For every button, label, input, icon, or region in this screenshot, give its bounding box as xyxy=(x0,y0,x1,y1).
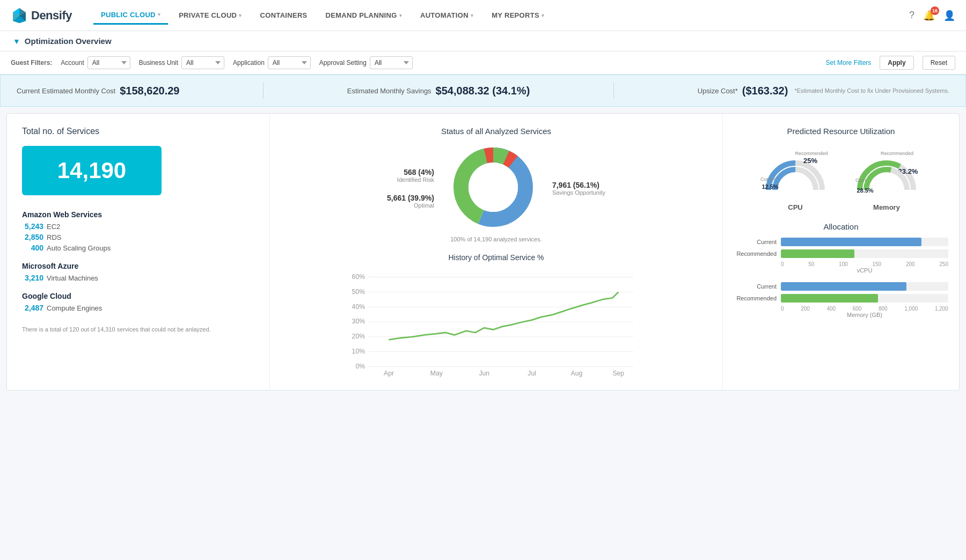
filter-account-select[interactable]: All xyxy=(87,56,130,69)
summary-divider-1 xyxy=(263,83,264,99)
vcpu-current-label: Current xyxy=(734,239,777,245)
apply-button[interactable]: Apply xyxy=(880,56,913,70)
utilization-title: Predicted Resource Utilization xyxy=(734,127,948,136)
filter-group-business-unit: Business Unit All xyxy=(139,56,224,69)
utilization-section: Predicted Resource Utilization Recommend… xyxy=(734,127,948,211)
memory-current-row: Current xyxy=(734,282,948,291)
filter-approval-select[interactable]: All xyxy=(370,56,413,69)
logo-text: Densify xyxy=(31,9,72,23)
memory-recommended-bar xyxy=(781,294,878,303)
summary-divider-2 xyxy=(613,83,614,99)
logo[interactable]: Densify xyxy=(11,7,72,24)
svg-point-9 xyxy=(469,163,518,212)
aws-name: Amazon Web Services xyxy=(22,210,254,219)
donut-chart-area: 568 (4%) Identified Risk 5,661 (39.9%) O… xyxy=(281,144,712,232)
aws-ec2: 5,243 EC2 xyxy=(22,222,254,231)
summary-savings: Estimated Monthly Savings $54,088.32 (34… xyxy=(347,85,530,97)
filter-icon: ▼ xyxy=(13,37,20,46)
reset-button[interactable]: Reset xyxy=(923,56,955,70)
svg-text:Jul: Jul xyxy=(528,370,536,377)
total-services-box: 14,190 xyxy=(22,146,162,195)
filter-approval-label: Approval Setting xyxy=(319,59,367,67)
memory-axis-title: Memory (GB) xyxy=(734,312,948,318)
cpu-gauge-svg: Recommended 25% Current 12.5% xyxy=(760,144,830,203)
help-icon[interactable]: ? xyxy=(909,10,914,21)
svg-text:50%: 50% xyxy=(352,288,365,296)
nav-item-containers[interactable]: CONTAINERS xyxy=(253,7,315,24)
filter-account-label: Account xyxy=(61,59,84,67)
chevron-down-icon: ▾ xyxy=(158,12,160,17)
vcpu-current-row: Current xyxy=(734,238,948,246)
vcpu-recommended-row: Recommended xyxy=(734,249,948,258)
donut-svg xyxy=(450,144,536,230)
user-icon[interactable]: 👤 xyxy=(943,10,955,21)
memory-label: Memory xyxy=(873,203,900,211)
label-savings: 7,961 (56.1%) Savings Opportunity xyxy=(552,181,605,196)
svg-text:60%: 60% xyxy=(352,273,365,281)
line-chart-svg: 60% 50% 40% 30% 20% 10% 0% Apr May Jun xyxy=(281,268,712,375)
services-footnote: There is a total of 120 out of 14,310 se… xyxy=(22,325,254,334)
svg-text:12.5%: 12.5% xyxy=(762,183,778,190)
summary-upsize: Upsize Cost* ($163.32) *Estimated Monthl… xyxy=(698,85,949,97)
svg-text:Sep: Sep xyxy=(612,370,624,377)
memory-current-bar xyxy=(781,282,906,291)
azure-section: Microsoft Azure 3,210 Virtual Machines xyxy=(22,262,254,282)
filter-group-application: Application All xyxy=(233,56,311,69)
vcpu-axis-title: vCPU xyxy=(734,267,948,274)
savings-value: $54,088.32 (34.1%) xyxy=(436,85,530,97)
vcpu-axis: 0 50 100 150 200 250 xyxy=(734,261,948,267)
nav-item-my-reports[interactable]: MY REPORTS ▾ xyxy=(484,7,552,24)
nav-right: ? 🔔 16 👤 xyxy=(909,10,955,21)
svg-text:30%: 30% xyxy=(352,318,365,325)
page-title: Optimization Overview xyxy=(25,36,112,46)
chevron-down-icon: ▾ xyxy=(399,13,402,18)
vcpu-recommended-label: Recommended xyxy=(734,250,777,257)
donut-left-labels: 568 (4%) Identified Risk 5,661 (39.9%) O… xyxy=(387,168,434,209)
left-panel: Total no. of Services 14,190 Amazon Web … xyxy=(7,114,270,390)
svg-text:Aug: Aug xyxy=(571,370,583,377)
notifications[interactable]: 🔔 16 xyxy=(923,10,935,21)
vcpu-current-track xyxy=(781,238,948,246)
set-more-filters-link[interactable]: Set More Filters xyxy=(826,59,872,67)
vcpu-recommended-track xyxy=(781,249,948,258)
gcp-name: Google Cloud xyxy=(22,292,254,300)
filter-app-select[interactable]: All xyxy=(268,56,311,69)
donut-chart-title: Status of all Analyzed Services xyxy=(281,127,712,136)
gcp-compute: 2,487 Compute Engines xyxy=(22,304,254,312)
summary-bar: Current Estimated Monthly Cost $158,620.… xyxy=(0,75,966,107)
current-cost-value: $158,620.29 xyxy=(120,85,179,97)
nav-item-private-cloud[interactable]: PRIVATE CLOUD ▾ xyxy=(171,7,249,24)
savings-label: Estimated Monthly Savings xyxy=(347,87,431,95)
top-nav: Densify PUBLIC CLOUD ▾ PRIVATE CLOUD ▾ C… xyxy=(0,0,966,31)
filters-label: Guest Filters: xyxy=(11,59,52,67)
summary-current-cost: Current Estimated Monthly Cost $158,620.… xyxy=(17,85,179,97)
notification-count: 16 xyxy=(931,6,939,15)
page-header: ▼ Optimization Overview xyxy=(0,31,966,51)
filter-group-account: Account All xyxy=(61,56,130,69)
cpu-label: CPU xyxy=(788,203,802,211)
svg-text:20%: 20% xyxy=(352,333,365,340)
right-panel: Predicted Resource Utilization Recommend… xyxy=(723,114,959,390)
azure-vm: 3,210 Virtual Machines xyxy=(22,274,254,282)
memory-current-track xyxy=(781,282,948,291)
svg-text:40%: 40% xyxy=(352,303,365,311)
logo-icon xyxy=(11,7,28,24)
filter-group-approval: Approval Setting All xyxy=(319,56,413,69)
svg-text:May: May xyxy=(430,370,443,377)
chevron-down-icon: ▾ xyxy=(541,13,544,18)
memory-gauge-svg: Recommended 33.2% Current 28.5% xyxy=(852,144,921,203)
upsize-note: *Estimated Monthly Cost to fix Under Pro… xyxy=(794,87,949,94)
nav-item-demand-planning[interactable]: DEMAND PLANNING ▾ xyxy=(318,7,409,24)
nav-item-public-cloud[interactable]: PUBLIC CLOUD ▾ xyxy=(93,6,168,25)
filter-app-label: Application xyxy=(233,59,265,67)
filter-bu-select[interactable]: All xyxy=(181,56,224,69)
svg-text:Apr: Apr xyxy=(384,370,394,377)
vcpu-bars: Current Recommended 0 50 100 150 xyxy=(734,238,948,274)
svg-text:28.5%: 28.5% xyxy=(857,187,873,194)
cpu-gauge: Recommended 25% Current 12.5% CPU xyxy=(760,144,830,211)
nav-item-automation[interactable]: AUTOMATION ▾ xyxy=(413,7,481,24)
vcpu-recommended-bar xyxy=(781,249,854,258)
donut-annotation: 100% of 14,190 analyzed services. xyxy=(281,236,712,242)
svg-text:Recommended: Recommended xyxy=(795,151,828,156)
svg-text:10%: 10% xyxy=(352,348,365,355)
